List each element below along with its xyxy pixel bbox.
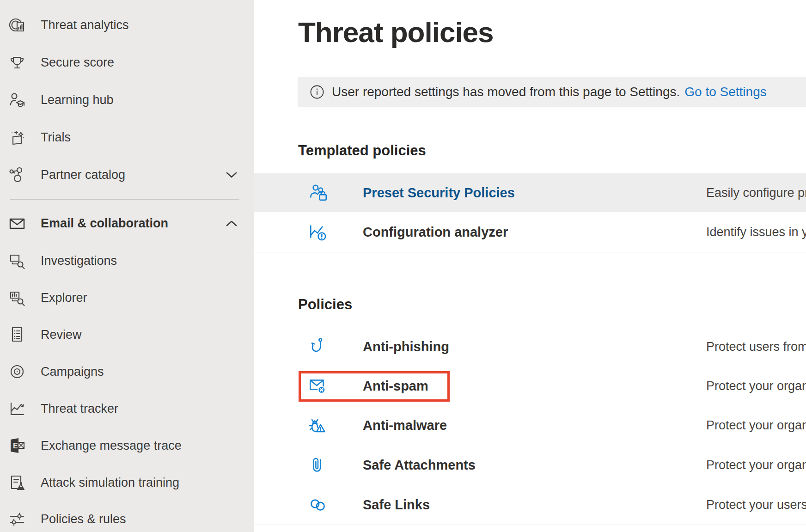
- sidebar-item-exchange-message-trace[interactable]: E Exchange message trace: [0, 427, 254, 464]
- svg-text:E: E: [13, 442, 18, 450]
- sidebar-item-learning-hub[interactable]: Learning hub: [0, 81, 254, 118]
- policy-link[interactable]: Configuration analyzer: [363, 225, 508, 240]
- chevron-down-icon[interactable]: [225, 168, 238, 182]
- review-icon: [6, 324, 28, 345]
- explorer-icon: [6, 287, 28, 308]
- sidebar-item-label: Learning hub: [41, 93, 114, 107]
- sidebar-item-attack-simulation-training[interactable]: Attack simulation training: [0, 464, 254, 501]
- chevron-up-icon[interactable]: [225, 216, 238, 230]
- attack-simulation-icon: [6, 472, 28, 493]
- sidebar-item-label: Secure score: [41, 55, 114, 70]
- row-safe-links[interactable]: Safe Links Protect your users fr: [254, 484, 806, 525]
- policies-rules-icon: [6, 508, 28, 530]
- investigations-icon: [6, 250, 28, 271]
- section-heading-policies: Policies: [298, 296, 352, 313]
- sidebar-item-explorer[interactable]: Explorer: [0, 279, 254, 316]
- sidebar-item-label: Policies & rules: [41, 512, 126, 526]
- sidebar-item-policies-rules[interactable]: Policies & rules: [0, 501, 254, 532]
- sidebar-group-email-collaboration[interactable]: Email & collaboration: [0, 205, 254, 242]
- sidebar-item-threat-analytics[interactable]: Threat analytics: [0, 6, 254, 43]
- policy-description: Protect your users fr: [706, 497, 806, 512]
- policy-description: Protect users from p: [706, 340, 806, 354]
- info-banner: User reported settings has moved from th…: [298, 77, 806, 107]
- sidebar-item-label: Threat tracker: [41, 402, 118, 416]
- anti-malware-icon: [307, 414, 329, 436]
- threat-policies-page: { "sidebar": { "items": [ {"label": "Thr…: [0, 0, 806, 532]
- row-preset-security-policies[interactable]: Preset Security Policies Easily configur…: [254, 173, 806, 212]
- campaigns-icon: [6, 361, 28, 382]
- row-anti-malware[interactable]: Anti-malware Protect your organiz: [254, 405, 806, 446]
- sidebar-item-label: Trials: [41, 130, 71, 145]
- policy-description: Protect your organiz: [706, 418, 806, 433]
- email-collaboration-icon: [6, 213, 28, 234]
- sidebar-item-partner-catalog[interactable]: Partner catalog: [0, 156, 254, 193]
- sidebar-item-label: Explorer: [41, 291, 87, 305]
- partner-catalog-icon: [6, 164, 28, 185]
- secure-score-trophy-icon: [6, 52, 28, 73]
- configuration-analyzer-icon: [307, 221, 329, 243]
- policy-link[interactable]: Safe Links: [363, 497, 430, 512]
- policy-description: Protect your organiz: [706, 458, 806, 472]
- anti-phishing-icon: [307, 336, 329, 358]
- sidebar-item-campaigns[interactable]: Campaigns: [0, 353, 254, 390]
- policy-link[interactable]: Safe Attachments: [363, 457, 476, 472]
- sidebar-item-label: Attack simulation training: [41, 476, 179, 490]
- preset-security-policies-icon: [307, 182, 329, 204]
- sidebar-item-threat-tracker[interactable]: Threat tracker: [0, 390, 254, 427]
- sidebar-item-trials[interactable]: Trials: [0, 119, 254, 156]
- policy-description: Easily configure prot: [706, 186, 806, 200]
- go-to-settings-link[interactable]: Go to Settings: [684, 85, 766, 99]
- policy-link[interactable]: Anti-spam: [363, 379, 428, 394]
- safe-attachments-icon: [307, 454, 329, 476]
- sidebar-item-label: Review: [41, 328, 82, 342]
- trials-icon: [6, 127, 28, 148]
- policy-link[interactable]: Anti-malware: [363, 418, 447, 433]
- sidebar-item-review[interactable]: Review: [0, 316, 254, 353]
- section-heading-templated-policies: Templated policies: [298, 142, 426, 159]
- sidebar-item-investigations[interactable]: Investigations: [0, 242, 254, 279]
- exchange-icon: E: [6, 435, 28, 456]
- row-configuration-analyzer[interactable]: Configuration analyzer Identify issues i…: [254, 212, 806, 252]
- safe-links-icon: [307, 494, 329, 516]
- sidebar-divider: [10, 199, 239, 200]
- policy-link[interactable]: Anti-phishing: [363, 339, 449, 355]
- policy-link[interactable]: Preset Security Policies: [363, 185, 515, 201]
- sidebar-item-label: Campaigns: [41, 365, 104, 379]
- info-icon: [310, 85, 324, 99]
- row-safe-attachments[interactable]: Safe Attachments Protect your organiz: [254, 445, 806, 485]
- page-title: Threat policies: [298, 16, 494, 49]
- sidebar-item-label: Threat analytics: [41, 18, 129, 32]
- banner-message: User reported settings has moved from th…: [332, 85, 680, 99]
- sidebar-item-label: Investigations: [41, 254, 117, 268]
- row-anti-spam[interactable]: Anti-spam Protect your organiz: [254, 367, 806, 406]
- row-anti-phishing[interactable]: Anti-phishing Protect users from p: [254, 327, 806, 367]
- anti-spam-icon: [307, 375, 329, 397]
- threat-tracker-icon: [6, 398, 28, 419]
- policy-description: Identify issues in you: [706, 225, 806, 239]
- sidebar-item-label: Email & collaboration: [41, 216, 168, 231]
- learning-hub-icon: [6, 89, 28, 110]
- sidebar-item-label: Partner catalog: [41, 168, 125, 182]
- threat-analytics-icon: [6, 14, 28, 36]
- sidebar-item-label: Exchange message trace: [41, 439, 182, 453]
- left-navigation-sidebar: Threat analytics Secure score Learning h: [0, 0, 254, 532]
- sidebar-item-secure-score[interactable]: Secure score: [0, 44, 254, 81]
- policy-description: Protect your organiz: [706, 379, 806, 393]
- main-content: Threat policies User reported settings h…: [254, 0, 806, 532]
